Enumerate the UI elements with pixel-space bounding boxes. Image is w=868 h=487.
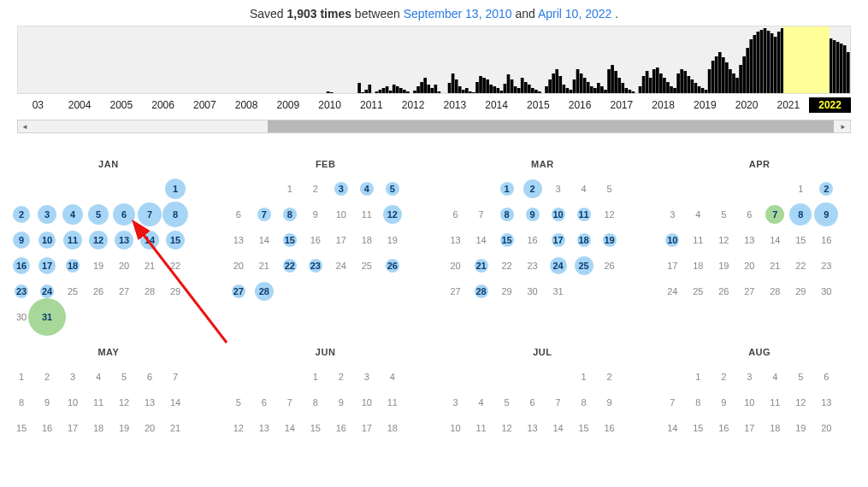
day-jul-2[interactable]: 2 — [597, 364, 623, 390]
year-label-2006[interactable]: 2006 — [142, 97, 184, 113]
day-apr-25[interactable]: 25 — [685, 279, 711, 304]
day-feb-23[interactable]: 23 — [303, 253, 328, 279]
day-jan-5[interactable]: 5 — [86, 202, 111, 227]
day-jan-2[interactable]: 2 — [9, 202, 34, 227]
day-apr-5[interactable]: 5 — [711, 202, 736, 227]
day-aug-14[interactable]: 14 — [659, 415, 685, 441]
day-jan-18[interactable]: 18 — [60, 253, 86, 279]
day-jan-20[interactable]: 20 — [111, 253, 137, 279]
day-feb-18[interactable]: 18 — [354, 227, 380, 253]
day-jul-13[interactable]: 13 — [520, 415, 546, 441]
day-jul-8[interactable]: 8 — [571, 390, 597, 415]
day-may-3[interactable]: 3 — [60, 364, 86, 390]
day-feb-16[interactable]: 16 — [303, 227, 328, 253]
year-label-2021[interactable]: 2021 — [768, 97, 810, 113]
day-jan-21[interactable]: 21 — [137, 253, 162, 279]
year-label-2017[interactable]: 2017 — [601, 97, 643, 113]
day-jun-7[interactable]: 7 — [277, 390, 303, 415]
day-jul-14[interactable]: 14 — [546, 415, 571, 441]
year-label-2007[interactable]: 2007 — [184, 97, 226, 113]
day-apr-8[interactable]: 8 — [788, 202, 813, 227]
year-label-2014[interactable]: 2014 — [475, 97, 517, 113]
day-apr-12[interactable]: 12 — [711, 227, 736, 253]
day-apr-24[interactable]: 24 — [659, 279, 685, 304]
day-aug-8[interactable]: 8 — [685, 390, 711, 415]
day-feb-2[interactable]: 2 — [303, 176, 328, 202]
day-mar-18[interactable]: 18 — [571, 227, 597, 253]
day-apr-7[interactable]: 7 — [762, 202, 788, 227]
day-mar-14[interactable]: 14 — [469, 227, 494, 253]
day-apr-4[interactable]: 4 — [685, 202, 711, 227]
day-apr-19[interactable]: 19 — [711, 253, 736, 279]
day-mar-25[interactable]: 25 — [571, 253, 597, 279]
day-apr-13[interactable]: 13 — [736, 227, 762, 253]
day-feb-17[interactable]: 17 — [328, 227, 354, 253]
day-apr-15[interactable]: 15 — [788, 227, 813, 253]
day-jan-17[interactable]: 17 — [34, 253, 60, 279]
day-apr-20[interactable]: 20 — [736, 253, 762, 279]
day-may-14[interactable]: 14 — [162, 390, 188, 415]
day-jun-12[interactable]: 12 — [226, 415, 251, 441]
day-jul-12[interactable]: 12 — [494, 415, 520, 441]
day-aug-18[interactable]: 18 — [762, 415, 788, 441]
day-feb-4[interactable]: 4 — [354, 176, 380, 202]
year-label-2010[interactable]: 2010 — [309, 97, 351, 113]
day-aug-3[interactable]: 3 — [736, 364, 762, 390]
day-jan-19[interactable]: 19 — [86, 253, 111, 279]
day-jan-8[interactable]: 8 — [162, 202, 188, 227]
day-jun-10[interactable]: 10 — [354, 390, 380, 415]
day-feb-24[interactable]: 24 — [328, 253, 354, 279]
day-apr-18[interactable]: 18 — [685, 253, 711, 279]
day-feb-20[interactable]: 20 — [226, 253, 251, 279]
day-apr-17[interactable]: 17 — [659, 253, 685, 279]
day-jul-11[interactable]: 11 — [469, 415, 494, 441]
day-mar-31[interactable]: 31 — [546, 279, 571, 304]
day-may-9[interactable]: 9 — [34, 390, 60, 415]
day-aug-15[interactable]: 15 — [685, 415, 711, 441]
day-jan-15[interactable]: 15 — [162, 227, 188, 253]
day-jun-11[interactable]: 11 — [380, 390, 405, 415]
day-jan-4[interactable]: 4 — [60, 202, 86, 227]
year-label-03[interactable]: 03 — [17, 97, 59, 113]
day-mar-6[interactable]: 6 — [443, 202, 469, 227]
day-may-18[interactable]: 18 — [86, 415, 111, 441]
day-apr-2[interactable]: 2 — [813, 176, 839, 202]
day-jun-8[interactable]: 8 — [303, 390, 328, 415]
scroll-thumb[interactable] — [268, 120, 834, 132]
day-aug-16[interactable]: 16 — [711, 415, 736, 441]
day-jul-5[interactable]: 5 — [494, 390, 520, 415]
day-may-6[interactable]: 6 — [137, 364, 162, 390]
day-jun-13[interactable]: 13 — [251, 415, 277, 441]
year-label-2008[interactable]: 2008 — [226, 97, 268, 113]
day-mar-19[interactable]: 19 — [597, 227, 623, 253]
day-jul-3[interactable]: 3 — [443, 390, 469, 415]
day-jan-26[interactable]: 26 — [86, 279, 111, 304]
day-feb-14[interactable]: 14 — [251, 227, 277, 253]
day-may-7[interactable]: 7 — [162, 364, 188, 390]
scroll-right-arrow[interactable]: ► — [836, 120, 850, 132]
day-apr-6[interactable]: 6 — [736, 202, 762, 227]
day-jan-3[interactable]: 3 — [34, 202, 60, 227]
day-apr-28[interactable]: 28 — [762, 279, 788, 304]
day-mar-22[interactable]: 22 — [494, 253, 520, 279]
day-mar-26[interactable]: 26 — [597, 253, 623, 279]
day-jan-6[interactable]: 6 — [111, 202, 137, 227]
day-feb-8[interactable]: 8 — [277, 202, 303, 227]
day-jun-17[interactable]: 17 — [354, 415, 380, 441]
day-feb-27[interactable]: 27 — [226, 279, 251, 304]
day-jun-9[interactable]: 9 — [328, 390, 354, 415]
day-feb-11[interactable]: 11 — [354, 202, 380, 227]
day-apr-21[interactable]: 21 — [762, 253, 788, 279]
year-label-2004[interactable]: 2004 — [59, 97, 101, 113]
day-jan-9[interactable]: 9 — [9, 227, 34, 253]
day-aug-5[interactable]: 5 — [788, 364, 813, 390]
day-jul-15[interactable]: 15 — [571, 415, 597, 441]
day-may-12[interactable]: 12 — [111, 390, 137, 415]
year-label-2016[interactable]: 2016 — [559, 97, 601, 113]
day-mar-27[interactable]: 27 — [443, 279, 469, 304]
day-mar-24[interactable]: 24 — [546, 253, 571, 279]
day-jun-16[interactable]: 16 — [328, 415, 354, 441]
day-jan-23[interactable]: 23 — [9, 279, 34, 304]
day-mar-16[interactable]: 16 — [520, 227, 546, 253]
day-feb-10[interactable]: 10 — [328, 202, 354, 227]
